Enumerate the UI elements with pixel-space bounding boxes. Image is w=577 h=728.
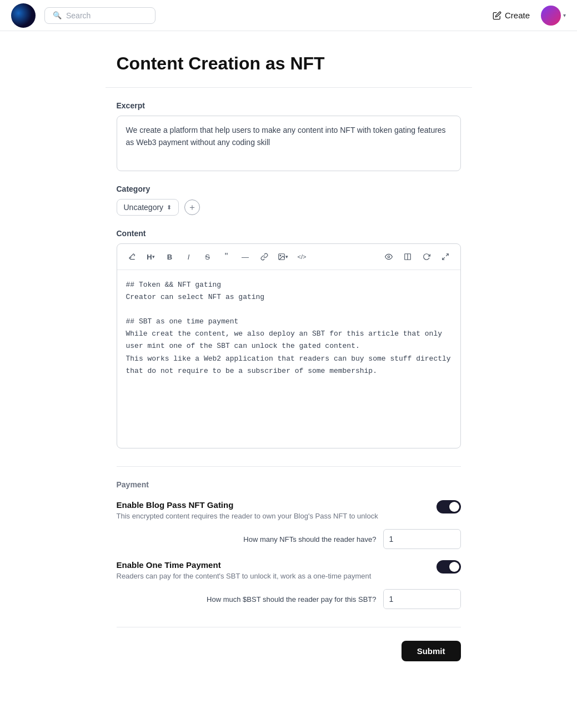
user-avatar <box>541 6 561 26</box>
title-divider <box>106 87 472 88</box>
category-chevron-icon: ⬍ <box>167 204 172 211</box>
search-box[interactable]: 🔍 Search <box>44 7 155 24</box>
user-avatar-wrapper[interactable]: ▾ <box>541 6 566 26</box>
bst-amount-input[interactable] <box>384 590 461 609</box>
toolbar-hr-button[interactable]: — <box>237 248 254 265</box>
svg-line-5 <box>446 254 448 256</box>
toolbar-refresh-button[interactable] <box>418 248 435 265</box>
toolbar-bold-label: B <box>167 253 172 261</box>
main-content: Content Creation as NFT Excerpt We creat… <box>106 31 472 695</box>
category-label: Category <box>117 185 461 193</box>
toolbar-image-button[interactable]: ▾ <box>275 248 292 265</box>
payment-section: Payment Enable Blog Pass NFT Gating This… <box>117 466 461 661</box>
excerpt-textarea[interactable]: We create a platform that help users to … <box>117 116 461 171</box>
search-placeholder: Search <box>66 11 91 20</box>
category-value: Uncategory <box>124 203 164 212</box>
toolbar-italic-label: I <box>188 253 190 261</box>
submit-button[interactable]: Submit <box>402 641 461 661</box>
toolbar-heading-button[interactable]: H ▾ <box>143 248 159 265</box>
nft-gating-title: Enable Blog Pass NFT Gating <box>117 500 428 510</box>
submit-row: Submit <box>117 627 461 661</box>
content-label: Content <box>117 229 461 238</box>
nft-count-row: How many NFTs should the reader have? <box>117 529 461 549</box>
toolbar-preview-button[interactable] <box>380 248 397 265</box>
editor-toolbar: H ▾ B I S " — ▾ <box>117 244 460 270</box>
avatar-chevron-icon: ▾ <box>563 12 566 18</box>
create-button[interactable]: Create <box>493 11 530 20</box>
excerpt-value: We create a platform that help users to … <box>126 126 446 147</box>
toolbar-quote-icon: " <box>225 252 228 261</box>
toolbar-right-group <box>380 248 454 265</box>
toolbar-link-button[interactable] <box>256 248 273 265</box>
nft-count-label: How many NFTs should the reader have? <box>243 535 376 543</box>
nft-gating-toggle-knob <box>449 502 459 512</box>
bst-input-wrapper: $BST <box>383 589 461 609</box>
svg-point-1 <box>280 255 281 256</box>
add-category-button[interactable]: ＋ <box>184 200 200 215</box>
payment-section-label: Payment <box>117 480 461 489</box>
one-time-payment-toggle-knob <box>449 562 459 572</box>
toolbar-strikethrough-label: S <box>205 253 210 261</box>
header-left: 🔍 Search <box>11 3 155 28</box>
excerpt-label: Excerpt <box>117 101 461 110</box>
toolbar-hr-label: — <box>242 253 249 261</box>
app-logo[interactable] <box>11 3 36 28</box>
toolbar-fullscreen-button[interactable] <box>437 248 454 265</box>
toolbar-code-label: </> <box>298 253 307 260</box>
edit-icon <box>493 11 501 20</box>
toolbar-bold-button[interactable]: B <box>162 248 178 265</box>
one-time-payment-row: Enable One Time Payment Readers can pay … <box>117 560 461 580</box>
bst-input-row: How much $BST should the reader pay for … <box>117 589 461 609</box>
toolbar-strikethrough-button[interactable]: S <box>199 248 216 265</box>
svg-line-6 <box>442 257 444 260</box>
nft-gating-description: This encrypted content requires the read… <box>117 512 428 520</box>
content-editor: H ▾ B I S " — ▾ <box>117 243 461 448</box>
one-time-payment-text: Enable One Time Payment Readers can pay … <box>117 560 428 580</box>
category-select[interactable]: Uncategory ⬍ <box>117 199 179 216</box>
create-label: Create <box>505 11 530 20</box>
nft-gating-row: Enable Blog Pass NFT Gating This encrypt… <box>117 500 461 520</box>
nft-gating-text: Enable Blog Pass NFT Gating This encrypt… <box>117 500 428 520</box>
app-header: 🔍 Search Create ▾ <box>0 0 577 31</box>
toolbar-italic-button[interactable]: I <box>180 248 197 265</box>
bst-label: How much $BST should the reader pay for … <box>207 595 376 604</box>
one-time-payment-description: Readers can pay for the content's SBT to… <box>117 572 428 580</box>
search-icon: 🔍 <box>53 11 62 19</box>
svg-point-2 <box>388 256 390 258</box>
one-time-payment-title: Enable One Time Payment <box>117 560 428 570</box>
editor-body[interactable]: ## Token && NFT gating Creator can selec… <box>117 270 460 448</box>
toolbar-eraser-button[interactable] <box>124 248 141 265</box>
toolbar-heading-chevron: ▾ <box>152 254 155 260</box>
category-row: Uncategory ⬍ ＋ <box>117 199 461 216</box>
one-time-payment-toggle[interactable] <box>436 560 461 574</box>
page-title: Content Creation as NFT <box>117 53 461 74</box>
toolbar-quote-button[interactable]: " <box>218 248 235 265</box>
header-right: Create ▾ <box>493 6 566 26</box>
nft-count-input[interactable] <box>383 529 461 549</box>
toolbar-heading-label: H <box>147 253 152 261</box>
toolbar-columns-button[interactable] <box>399 248 416 265</box>
nft-gating-toggle[interactable] <box>436 500 461 513</box>
toolbar-code-button[interactable]: </> <box>294 248 310 265</box>
